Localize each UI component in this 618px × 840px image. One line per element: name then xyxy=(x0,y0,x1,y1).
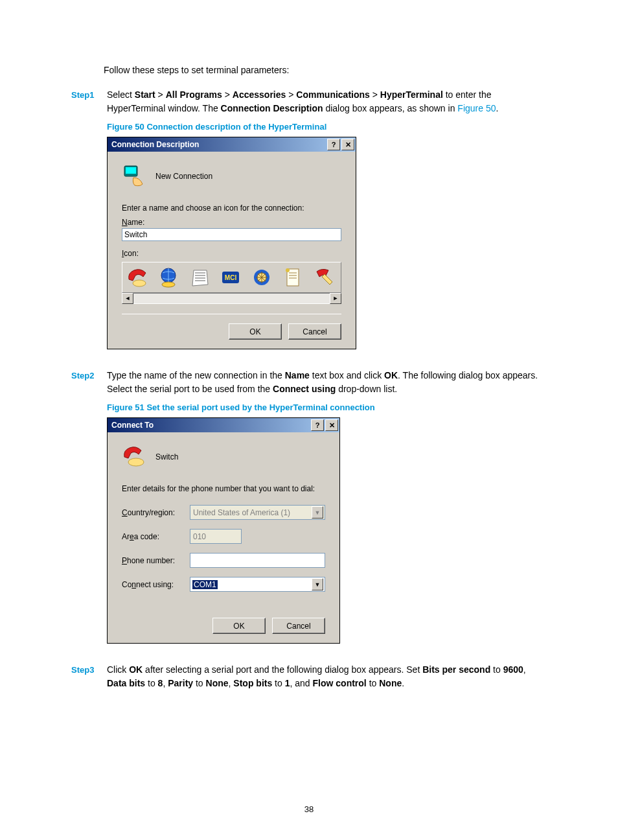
cancel-button[interactable]: Cancel xyxy=(288,323,341,340)
switch-header-icon xyxy=(122,444,148,470)
area-code-input: 010 xyxy=(190,529,242,544)
svg-text:MCI: MCI xyxy=(225,274,237,281)
dialog1-prompt: Enter a name and choose an icon for the … xyxy=(122,204,341,213)
connect-using-select[interactable]: COM1 ▼ xyxy=(190,577,325,592)
help-button[interactable]: ? xyxy=(311,419,324,431)
step2-body: Type the name of the new connection in t… xyxy=(107,369,547,396)
step2: Step2 Type the name of the new connectio… xyxy=(71,369,547,396)
phone-number-label: Phone number: xyxy=(122,556,190,565)
close-button[interactable]: ✕ xyxy=(325,419,338,431)
step3: Step3 Click OK after selecting a serial … xyxy=(71,663,547,690)
dialog1-titlebar: Connection Description ? ✕ xyxy=(108,137,356,152)
connection-header-icon xyxy=(122,163,148,189)
step1-body: Select Start > All Programs > Accessorie… xyxy=(107,88,547,115)
name-input[interactable] xyxy=(122,228,341,241)
icon-picker[interactable]: MCI xyxy=(122,262,341,293)
step3-body: Click OK after selecting a serial port a… xyxy=(107,663,547,690)
dropdown-arrow-icon: ▼ xyxy=(312,506,323,519)
globe-icon[interactable] xyxy=(157,266,179,288)
step2-label: Step2 xyxy=(71,371,100,380)
connect-to-dialog: Connect To ? ✕ Switch Enter details for … xyxy=(107,417,340,644)
phone-red2-icon[interactable] xyxy=(313,266,335,288)
svg-point-2 xyxy=(133,280,146,286)
area-code-label: Area code: xyxy=(122,532,190,541)
step1-label: Step1 xyxy=(71,90,100,100)
dialog2-titlebar: Connect To ? ✕ xyxy=(108,418,339,432)
dialog1-header-text: New Connection xyxy=(155,172,212,181)
connect-using-label: Connect using: xyxy=(122,580,190,589)
intro-text: Follow these steps to set terminal param… xyxy=(104,65,547,75)
dialog1-title: Connection Description xyxy=(111,140,326,149)
phone-red-icon[interactable] xyxy=(126,266,148,288)
figure-50-caption: Figure 50 Connection description of the … xyxy=(107,122,547,132)
document-icon[interactable] xyxy=(282,266,304,288)
page-number: 38 xyxy=(0,804,618,814)
mci-icon[interactable]: MCI xyxy=(220,266,242,288)
svg-rect-1 xyxy=(126,167,136,174)
name-label: Name: xyxy=(122,218,341,227)
dialog2-header-text: Switch xyxy=(155,452,178,461)
step1: Step1 Select Start > All Programs > Acce… xyxy=(71,88,547,115)
dropdown-arrow-icon[interactable]: ▼ xyxy=(312,578,323,590)
cancel-button[interactable]: Cancel xyxy=(272,618,325,634)
svg-point-17 xyxy=(286,268,290,272)
scroll-left-button[interactable]: ◄ xyxy=(122,293,133,304)
country-label: Country/region: xyxy=(122,508,190,517)
newspaper-icon[interactable] xyxy=(189,266,211,288)
figure-50-link[interactable]: Figure 50 xyxy=(457,103,496,113)
svg-point-18 xyxy=(128,458,144,466)
svg-point-4 xyxy=(162,282,175,287)
icon-label: Icon: xyxy=(122,249,341,258)
help-button[interactable]: ? xyxy=(327,139,340,150)
dialog2-prompt: Enter details for the phone number that … xyxy=(122,484,325,493)
ok-button[interactable]: OK xyxy=(212,618,266,634)
scroll-right-button[interactable]: ► xyxy=(330,293,341,304)
figure-51-caption: Figure 51 Set the serial port used by th… xyxy=(107,402,547,412)
step3-label: Step3 xyxy=(71,665,100,675)
gear-globe-icon[interactable] xyxy=(251,266,273,288)
country-select: United States of America (1) ▼ xyxy=(190,505,325,520)
connection-description-dialog: Connection Description ? ✕ New Connectio… xyxy=(107,137,356,349)
dialog2-title: Connect To xyxy=(111,421,310,430)
ok-button[interactable]: OK xyxy=(229,323,282,340)
close-button[interactable]: ✕ xyxy=(341,139,354,150)
phone-number-input[interactable] xyxy=(190,553,325,568)
icon-scrollbar[interactable]: ◄ ► xyxy=(122,293,341,303)
